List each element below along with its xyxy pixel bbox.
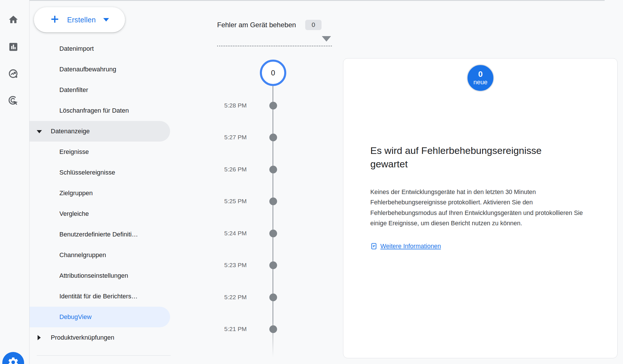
sidebar-item-datenaufbewahrung[interactable]: Datenaufbewahrung: [30, 59, 170, 80]
minute-dot[interactable]: [269, 134, 277, 141]
sidebar-item-loeschanfragen[interactable]: Löschanfragen für Daten: [30, 100, 170, 121]
minute-dot[interactable]: [269, 261, 277, 269]
new-events-count: 0: [478, 70, 483, 79]
home-icon: [8, 14, 19, 25]
triangle-down-icon: [37, 130, 42, 133]
time-label: 5:21 PM: [207, 325, 247, 333]
minute-dot[interactable]: [269, 293, 277, 301]
sidebar-item-zielgruppen[interactable]: Zielgruppen: [30, 183, 170, 203]
learn-more-link[interactable]: Weitere Informationen: [380, 243, 441, 250]
create-button[interactable]: Erstellen: [34, 7, 125, 32]
timeline-title: Fehler am Gerät beheben: [217, 20, 296, 30]
explore-icon: [8, 69, 19, 79]
explore-nav-button[interactable]: [6, 67, 20, 81]
advertising-icon: [8, 95, 19, 106]
time-label: 5:23 PM: [207, 261, 247, 269]
timeline-row: 5:25 PM: [207, 197, 287, 205]
sidebar-item-benutzerdefinierte-definitionen[interactable]: Benutzerdefinierte Definiti…: [30, 224, 170, 245]
sidebar-group-produktverknuepfungen[interactable]: Produktverknüpfungen: [30, 327, 170, 348]
sidebar-item-datenimport[interactable]: Datenimport: [30, 38, 170, 59]
minute-dot[interactable]: [269, 325, 277, 333]
sidebar-item-vergleiche[interactable]: Vergleiche: [30, 203, 170, 224]
advertising-nav-button[interactable]: [6, 94, 20, 107]
timeline-row: 5:26 PM: [207, 165, 287, 173]
time-label: 5:22 PM: [207, 293, 247, 301]
new-events-label: neue: [474, 79, 488, 86]
timeline-dotted-divider: [217, 46, 332, 46]
timeline-row: 5:21 PM: [207, 325, 287, 333]
learn-more-row: Weitere Informationen: [370, 242, 441, 250]
new-events-badge: 0 neue: [467, 64, 494, 92]
sidebar-item-ereignisse[interactable]: Ereignisse: [30, 142, 170, 162]
reports-nav-button[interactable]: [6, 40, 20, 54]
minute-bubble: 0: [260, 60, 286, 86]
empty-state-title: Es wird auf Fehlerbehebungsereignisse ge…: [370, 144, 580, 171]
debugview-page: Erstellen Datenimport Datenaufbewahrung …: [0, 0, 623, 364]
timeline-row: 5:28 PM: [207, 101, 287, 109]
time-label: 5:28 PM: [207, 101, 247, 109]
time-label: 5:24 PM: [207, 229, 247, 237]
triangle-right-icon: [38, 335, 41, 340]
timeline-row: 5:23 PM: [207, 261, 287, 269]
chevron-down-icon: [103, 18, 109, 21]
sidebar-item-channelgruppen[interactable]: Channelgruppen: [30, 245, 170, 265]
sidebar-group-datenanzeige[interactable]: Datenanzeige: [30, 121, 170, 142]
empty-state-card: 0 neue Es wird auf Fehlerbehebungsereign…: [343, 58, 618, 358]
timeline-row: 5:22 PM: [207, 293, 287, 301]
minute-dot[interactable]: [269, 166, 277, 173]
empty-state-description: Keines der Entwicklungsgeräte hat in den…: [370, 187, 585, 229]
plus-icon: [50, 14, 60, 25]
minute-dot[interactable]: [269, 230, 277, 237]
create-button-label: Erstellen: [67, 16, 96, 24]
time-label: 5:27 PM: [207, 133, 247, 141]
timeline-axis: [272, 86, 273, 357]
sidebar-nav: Datenimport Datenaufbewahrung Datenfilte…: [30, 38, 170, 348]
minute-dot[interactable]: [269, 102, 277, 109]
bar-chart-icon: [8, 42, 19, 52]
timeline-row: 5:24 PM: [207, 229, 287, 237]
admin-sidebar: Erstellen Datenimport Datenaufbewahrung …: [30, 0, 171, 364]
time-label: 5:25 PM: [207, 197, 247, 205]
sidebar-item-debugview[interactable]: DebugView: [30, 307, 170, 327]
home-nav-button[interactable]: [6, 13, 20, 26]
timeline-count-badge: 0: [305, 20, 322, 30]
sidebar-item-identitaet-berichterstellung[interactable]: Identität für die Berichters…: [30, 286, 170, 307]
admin-settings-button[interactable]: [2, 352, 24, 364]
sidebar-divider: [37, 355, 171, 356]
minute-dot[interactable]: [269, 197, 277, 205]
app-rail: [0, 0, 30, 364]
sidebar-item-datenfilter[interactable]: Datenfilter: [30, 80, 170, 100]
timeline-row: 5:27 PM: [207, 133, 287, 141]
sidebar-item-attributionseinstellungen[interactable]: Attributionseinstellungen: [30, 265, 170, 286]
time-label: 5:26 PM: [207, 165, 247, 173]
document-icon: [370, 242, 378, 250]
gear-icon: [7, 356, 19, 364]
sidebar-item-schluesselereignisse[interactable]: Schlüsselereignisse: [30, 162, 170, 183]
timeline-marker-icon[interactable]: [322, 36, 331, 42]
